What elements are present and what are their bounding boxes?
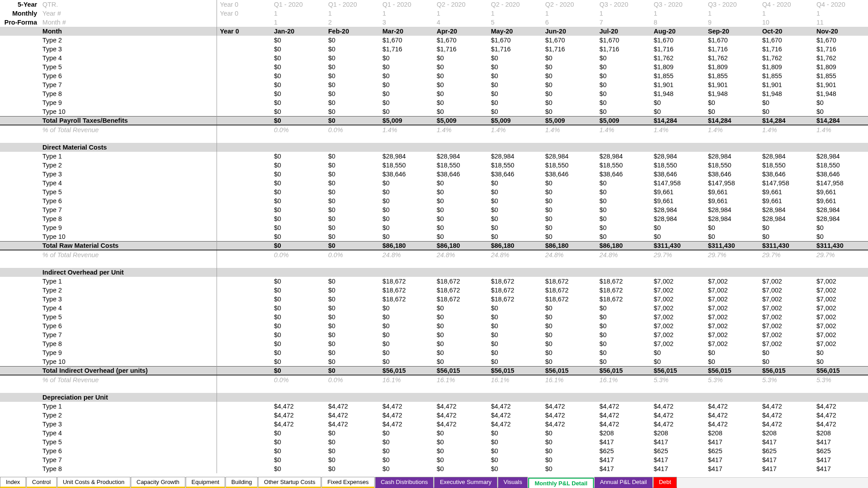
cell-1-9-8[interactable]: $0 xyxy=(705,232,760,241)
cell-0-5-0[interactable]: $0 xyxy=(271,80,326,89)
cell-2-7-3[interactable]: $0 xyxy=(434,339,488,348)
cell-1-2-6[interactable]: $38,646 xyxy=(597,170,651,179)
cell-0-3-1[interactable]: $0 xyxy=(326,63,380,71)
cell-2-0-4[interactable]: $18,672 xyxy=(488,277,542,286)
cell-0-0-7[interactable]: $1,670 xyxy=(651,36,705,45)
cell-2-9-2[interactable]: $0 xyxy=(380,357,434,366)
cell-1-9-10[interactable]: $0 xyxy=(814,232,868,241)
cell-0-1-5[interactable]: $1,716 xyxy=(542,45,597,54)
cell-2-1-8[interactable]: $7,002 xyxy=(705,286,760,295)
cell-3-2-8[interactable]: $4,472 xyxy=(705,420,760,429)
cell-2-2-7[interactable]: $7,002 xyxy=(651,295,705,304)
cell-0-6-8[interactable]: $1,948 xyxy=(705,89,760,98)
cell-2-6-2[interactable]: $0 xyxy=(380,330,434,339)
cell-2-0-6[interactable]: $18,672 xyxy=(597,277,651,286)
cell-1-1-5[interactable]: $18,550 xyxy=(542,161,597,170)
cell-2-3-9[interactable]: $7,002 xyxy=(760,304,814,313)
cell-1-6-7[interactable]: $28,984 xyxy=(651,205,705,214)
cell-2-6-10[interactable]: $7,002 xyxy=(814,330,868,339)
cell-3-4-3[interactable]: $0 xyxy=(434,438,488,446)
cell-0-2-5[interactable]: $0 xyxy=(542,54,597,63)
cell-3-0-5[interactable]: $4,472 xyxy=(542,402,597,411)
cell-0-4-2[interactable]: $0 xyxy=(380,71,434,80)
cell-0-6-6[interactable]: $0 xyxy=(597,89,651,98)
cell-1-6-10[interactable]: $28,984 xyxy=(814,205,868,214)
cell-0-0-2[interactable]: $1,670 xyxy=(380,36,434,45)
cell-1-2-9[interactable]: $38,646 xyxy=(760,170,814,179)
cell-3-2-4[interactable]: $4,472 xyxy=(488,420,542,429)
cell-2-8-3[interactable]: $0 xyxy=(434,348,488,357)
cell-3-3-7[interactable]: $208 xyxy=(651,429,705,438)
cell-3-7-3[interactable]: $0 xyxy=(434,464,488,473)
cell-1-1-6[interactable]: $18,550 xyxy=(597,161,651,170)
cell-1-8-0[interactable]: $0 xyxy=(271,223,326,232)
cell-0-4-9[interactable]: $1,855 xyxy=(760,71,814,80)
cell-2-6-7[interactable]: $7,002 xyxy=(651,330,705,339)
cell-3-1-10[interactable]: $4,472 xyxy=(814,411,868,420)
cell-1-6-5[interactable]: $0 xyxy=(542,205,597,214)
cell-2-5-9[interactable]: $7,002 xyxy=(760,321,814,330)
cell-2-0-9[interactable]: $7,002 xyxy=(760,277,814,286)
cell-2-3-7[interactable]: $7,002 xyxy=(651,304,705,313)
cell-2-5-6[interactable]: $0 xyxy=(597,321,651,330)
cell-0-3-2[interactable]: $0 xyxy=(380,63,434,71)
cell-0-6-7[interactable]: $1,948 xyxy=(651,89,705,98)
cell-1-8-9[interactable]: $0 xyxy=(760,223,814,232)
cell-1-9-7[interactable]: $0 xyxy=(651,232,705,241)
cell-3-1-6[interactable]: $4,472 xyxy=(597,411,651,420)
cell-2-3-8[interactable]: $7,002 xyxy=(705,304,760,313)
cell-1-2-3[interactable]: $38,646 xyxy=(434,170,488,179)
cell-0-3-4[interactable]: $0 xyxy=(488,63,542,71)
cell-3-2-9[interactable]: $4,472 xyxy=(760,420,814,429)
cell-3-1-3[interactable]: $4,472 xyxy=(434,411,488,420)
cell-0-3-9[interactable]: $1,809 xyxy=(760,63,814,71)
cell-1-2-8[interactable]: $38,646 xyxy=(705,170,760,179)
cell-3-2-0[interactable]: $4,472 xyxy=(271,420,326,429)
cell-1-8-8[interactable]: $0 xyxy=(705,223,760,232)
cell-0-1-4[interactable]: $1,716 xyxy=(488,45,542,54)
cell-2-1-5[interactable]: $18,672 xyxy=(542,286,597,295)
data-table[interactable]: 5-YearQTR.Year 0Q1 - 2020Q1 - 2020Q1 - 2… xyxy=(0,0,868,473)
cell-0-0-9[interactable]: $1,670 xyxy=(760,36,814,45)
cell-1-3-10[interactable]: $147,958 xyxy=(814,179,868,188)
cell-2-1-7[interactable]: $7,002 xyxy=(651,286,705,295)
cell-3-2-6[interactable]: $4,472 xyxy=(597,420,651,429)
cell-2-4-8[interactable]: $7,002 xyxy=(705,313,760,321)
cell-3-0-8[interactable]: $4,472 xyxy=(705,402,760,411)
cell-0-5-3[interactable]: $0 xyxy=(434,80,488,89)
cell-3-6-8[interactable]: $417 xyxy=(705,455,760,464)
cell-3-4-1[interactable]: $0 xyxy=(326,438,380,446)
cell-0-5-8[interactable]: $1,901 xyxy=(705,80,760,89)
cell-2-2-0[interactable]: $0 xyxy=(271,295,326,304)
cell-2-2-6[interactable]: $18,672 xyxy=(597,295,651,304)
cell-0-5-7[interactable]: $1,901 xyxy=(651,80,705,89)
cell-2-1-6[interactable]: $18,672 xyxy=(597,286,651,295)
cell-3-3-5[interactable]: $0 xyxy=(542,429,597,438)
cell-0-7-3[interactable]: $0 xyxy=(434,98,488,107)
cell-2-7-7[interactable]: $7,002 xyxy=(651,339,705,348)
cell-3-3-10[interactable]: $208 xyxy=(814,429,868,438)
cell-1-2-1[interactable]: $0 xyxy=(326,170,380,179)
cell-3-6-0[interactable]: $0 xyxy=(271,455,326,464)
cell-1-4-9[interactable]: $9,661 xyxy=(760,188,814,196)
cell-1-4-10[interactable]: $9,661 xyxy=(814,188,868,196)
cell-1-4-3[interactable]: $0 xyxy=(434,188,488,196)
cell-2-6-0[interactable]: $0 xyxy=(271,330,326,339)
cell-2-5-4[interactable]: $0 xyxy=(488,321,542,330)
cell-2-5-1[interactable]: $0 xyxy=(326,321,380,330)
cell-1-6-0[interactable]: $0 xyxy=(271,205,326,214)
cell-2-0-2[interactable]: $18,672 xyxy=(380,277,434,286)
cell-2-8-0[interactable]: $0 xyxy=(271,348,326,357)
cell-1-8-1[interactable]: $0 xyxy=(326,223,380,232)
cell-1-6-4[interactable]: $0 xyxy=(488,205,542,214)
cell-2-6-3[interactable]: $0 xyxy=(434,330,488,339)
cell-0-8-3[interactable]: $0 xyxy=(434,107,488,116)
cell-1-5-8[interactable]: $9,661 xyxy=(705,196,760,205)
cell-1-8-2[interactable]: $0 xyxy=(380,223,434,232)
cell-3-3-8[interactable]: $208 xyxy=(705,429,760,438)
cell-0-0-5[interactable]: $1,670 xyxy=(542,36,597,45)
cell-3-0-0[interactable]: $4,472 xyxy=(271,402,326,411)
cell-2-5-3[interactable]: $0 xyxy=(434,321,488,330)
cell-3-7-5[interactable]: $0 xyxy=(542,464,597,473)
cell-0-7-1[interactable]: $0 xyxy=(326,98,380,107)
